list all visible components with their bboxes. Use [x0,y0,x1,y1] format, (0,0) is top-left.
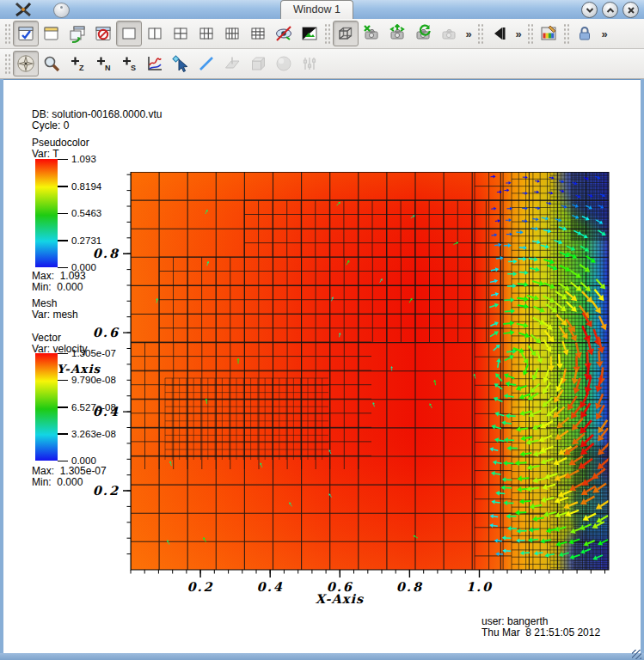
svg-text:0.4: 0.4 [257,579,284,594]
node-pick-mode-button[interactable]: N [90,51,116,76]
colorbar-tick-label: 1.093 [71,154,96,164]
minimize-button[interactable] [581,2,598,18]
chevron-up-icon [605,5,616,15]
close-icon [626,5,636,15]
magnifier-icon [42,54,61,73]
view-toolbar-extension[interactable]: » [462,28,475,40]
layout-2x2-icon [171,24,190,43]
pick-mode-button[interactable] [168,51,193,76]
svg-text:0.2: 0.2 [93,483,120,498]
undo-view-button[interactable] [410,21,436,46]
visit-window: Window 1 »»» ZNS DB: solution-00168.0000… [0,0,644,660]
render-viewport[interactable]: DB: solution-00168.0000.vtuCycle: 0 Pseu… [3,79,641,654]
visit-app-icon [14,2,33,17]
clone-window-button[interactable] [64,21,90,46]
window-check-icon [16,24,35,43]
window-frame-bottom [0,653,644,660]
point-tool-button [297,51,322,76]
plus-n-icon: N [94,54,113,73]
svg-text:0.8: 0.8 [396,579,423,594]
svg-text:1.0: 1.0 [466,579,493,594]
animation-reverse-play-button[interactable] [486,21,512,46]
camera-undo-icon [414,24,432,43]
interaction-toolbar: ZNS [0,49,644,79]
layout-1x1-button[interactable] [116,21,142,46]
layout-2x4-button[interactable] [219,21,245,46]
invert-colors-icon [300,24,319,43]
toolbar-handle[interactable] [324,23,331,44]
svg-text:0.6: 0.6 [93,325,120,339]
svg-text:0.4: 0.4 [93,404,120,419]
invert-background-button[interactable] [297,21,322,46]
window-toolbar: »»» [0,19,644,49]
layout-1x2-button[interactable] [142,21,168,46]
delete-window-button[interactable] [90,21,116,46]
camera-pan-icon [388,24,407,43]
navigate-mode-button[interactable] [13,51,39,76]
lineout-icon [145,54,164,73]
spreadsheet-pick-mode-button[interactable]: S [116,51,142,76]
reset-view-button[interactable] [359,21,384,46]
camera-reset-icon [362,24,381,43]
layout-1x2-icon [145,24,164,43]
database-annotation: DB: solution-00168.0000.vtuCycle: 0 [32,109,162,131]
perspective-cube-icon [336,24,355,43]
color-table-button[interactable] [536,21,561,46]
plus-z-icon: Z [68,54,87,73]
layout-2x3-button[interactable] [193,21,219,46]
perspective-view-button[interactable] [333,21,359,46]
close-button[interactable] [623,2,639,18]
window-new-icon [42,24,61,43]
colorbar-gradient [35,353,58,461]
svg-text:N: N [105,64,111,72]
box-tool-button [245,51,271,76]
svg-text:0.2: 0.2 [187,579,213,594]
layout-2x2-button[interactable] [168,21,193,46]
colorbar-tick [58,267,68,269]
layout-3x3-button[interactable] [245,21,271,46]
animation-toolbar-extension[interactable]: » [512,28,525,40]
window-clone-icon [68,24,87,43]
svg-text:S: S [131,64,136,72]
lock-toolbar-extension[interactable]: » [598,28,611,40]
chevron-down-icon [585,5,595,15]
colorbar-tick [58,213,68,215]
point-tool-icon [300,54,319,73]
toolbar-handle[interactable] [477,23,484,44]
eye-slash-icon [274,24,293,43]
line-tool-button[interactable] [193,51,219,76]
camera-plain-icon [439,24,458,43]
lock-view-button[interactable] [572,21,598,46]
toolbar-handle[interactable] [563,23,570,44]
compass-icon [16,54,35,73]
colorbar-tick [58,353,68,355]
toolbar-handle[interactable] [527,23,534,44]
recenter-view-button[interactable] [384,21,410,46]
layout-3x3-icon [248,24,267,43]
window-menu-button[interactable] [53,3,70,18]
resize-grip[interactable] [632,650,641,659]
active-window-button[interactable] [13,21,39,46]
maximize-button[interactable] [602,2,618,18]
plus-s-icon: S [120,54,138,73]
new-window-button[interactable] [39,21,64,46]
plane-tool-icon [223,54,242,73]
plot-canvas[interactable]: 0.20.40.60.81.00.20.40.60.8X-Axis [86,172,636,619]
titlebar[interactable]: Window 1 [0,0,644,20]
lineout-mode-button[interactable] [142,51,168,76]
layout-1x1-icon [120,24,138,43]
colorbar-tick [58,186,68,187]
colorbar-tick [58,406,68,408]
toolbar-handle[interactable] [4,53,11,74]
zoom-mode-button[interactable] [39,51,64,76]
colorbar-tick [58,433,68,435]
zoom-interactor-button[interactable]: Z [64,51,90,76]
toolbar-handle[interactable] [4,23,11,44]
hide-toolbars-button[interactable] [271,21,297,46]
window-title: Window 1 [293,3,340,15]
sphere-tool-button [271,51,297,76]
svg-text:X-Axis: X-Axis [316,591,364,606]
sphere-tool-icon [274,54,293,73]
colorbar-tick [58,240,68,241]
window-tab[interactable]: Window 1 [280,0,353,19]
